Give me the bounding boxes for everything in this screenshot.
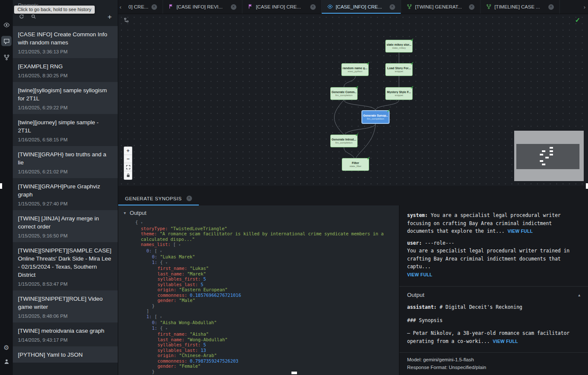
- tab-close-icon[interactable]: ×: [548, 4, 554, 10]
- prompt-item[interactable]: [twine][syllogism] sample syllogism for …: [13, 82, 118, 114]
- tab[interactable]: [CASE INFO] CRE...×: [242, 0, 322, 14]
- prompt-item[interactable]: [TWINE] metroidvania case graph1/14/2025…: [13, 322, 118, 346]
- eye-icon[interactable]: [1, 20, 12, 30]
- prompt-item[interactable]: [TWINE][SNIPPET][ROLE] Video game writer…: [13, 290, 118, 322]
- graph-node[interactable]: ✓state mikey stor...state_mikey: [385, 40, 413, 53]
- bottom-panel: GENERATE SYNOPSIS × ▾ Output { ▾storyTyp…: [118, 186, 588, 375]
- prompt-title: [TWINE] [JINJA] Array merge in correct o…: [18, 214, 113, 231]
- minimap-node: [550, 147, 553, 149]
- assistant-block: assistant: # Digital Deceit's Reckoning#…: [399, 302, 588, 346]
- tab-close-icon[interactable]: ×: [390, 4, 395, 10]
- account-icon[interactable]: [1, 356, 12, 366]
- zoom-out-button[interactable]: −: [124, 155, 132, 163]
- scroll-right-icon[interactable]: ›: [581, 0, 588, 14]
- zoom-controls: +−: [124, 146, 132, 180]
- scroll-left-icon[interactable]: ‹: [118, 0, 123, 14]
- view-full-link[interactable]: VIEW FULL: [507, 229, 533, 234]
- prompts-icon[interactable]: [1, 36, 12, 46]
- node-title: Mystery Style F...: [387, 91, 411, 94]
- assistant-paragraph: — Petar Nikolov, a 38-year-old romance s…: [407, 329, 580, 345]
- node-title: Generate Comm...: [332, 91, 356, 94]
- graph-node[interactable]: ✓Generate Comm...llm_completion: [330, 87, 358, 100]
- minimap-node: [545, 157, 549, 158]
- prompt-item[interactable]: [TWINE][GRAPH]Pure Graphviz graph1/15/20…: [13, 178, 118, 210]
- node-subtitle: state_filter: [349, 165, 361, 167]
- check-icon: ✓: [410, 85, 414, 90]
- assistant-paragraph: assistant: # Digital Deceit's Reckoning: [407, 303, 580, 311]
- close-icon[interactable]: ×: [186, 196, 192, 201]
- prompt-item[interactable]: [TWINE] [JINJA] Array merge in correct o…: [13, 210, 118, 242]
- tidy-layout-icon[interactable]: [123, 17, 129, 25]
- prompt-timestamp: 1/15/2025, 8:53:47 PM: [18, 281, 113, 287]
- response-format-label: Response Format: Unspecified/plain: [407, 363, 580, 371]
- graph-node[interactable]: ✓Load Story For...snippet: [385, 63, 413, 76]
- history-tooltip: Click to go back, hold to see history: [14, 6, 95, 14]
- chevron-up-icon[interactable]: ▴: [578, 293, 580, 297]
- search-icon[interactable]: [31, 13, 36, 21]
- messages-list: system: You are a specialist legal proce…: [399, 205, 588, 283]
- resize-handle[interactable]: [0, 183, 2, 189]
- node-title: Load Story For...: [387, 67, 410, 70]
- fit-view-button[interactable]: [124, 163, 132, 171]
- minimap-node: [540, 154, 543, 155]
- refresh-icon[interactable]: [19, 13, 24, 21]
- tab-close-icon[interactable]: ×: [151, 4, 157, 10]
- tab-label: [CASE_INFO] CRE...: [336, 4, 382, 9]
- json-tree[interactable]: { ▾storyType: "TwistedLoveTriangle"theme…: [118, 219, 399, 374]
- graph-node[interactable]: ✓Filterstate_filter: [342, 158, 369, 171]
- minimap-node: [550, 150, 553, 152]
- prompt-timestamp: 1/16/2025, 6:29:22 PM: [18, 105, 113, 110]
- tab[interactable]: [CASE INFO] REVI...×: [163, 0, 242, 14]
- add-prompt-icon[interactable]: +: [108, 14, 112, 20]
- view-full-link[interactable]: VIEW FULL: [407, 272, 432, 277]
- prompt-item[interactable]: [twine][journey] simple sample - 2T1L1/1…: [13, 114, 118, 146]
- zoom-in-button[interactable]: +: [124, 147, 132, 155]
- lock-button[interactable]: [124, 171, 132, 179]
- prompt-item[interactable]: [TWINE][SNIPPET][SAMPLE CASE] Online Thr…: [13, 242, 118, 290]
- check-icon: ✓: [387, 108, 390, 113]
- prompt-item[interactable]: [EXAMPLE] RNG1/16/2025, 8:30:25 PM: [13, 58, 118, 82]
- prompt-item[interactable]: [PYTHON] Yaml to JSON: [13, 346, 118, 363]
- graph-node[interactable]: ✓Generate Synop...llm_completion: [362, 111, 389, 123]
- chevron-down-icon[interactable]: ▾: [124, 211, 126, 215]
- settings-icon[interactable]: ⚙: [1, 343, 12, 353]
- graph-canvas[interactable]: ✓ +− ✓state mikey stor...state_mikey✓ran…: [118, 14, 588, 186]
- run-metadata-footer: Model: gemini/gemini-1.5-flash Response …: [399, 352, 588, 375]
- node-subtitle: llm_completion: [367, 117, 384, 120]
- bottom-tab-generate-synopsis[interactable]: GENERATE SYNOPSIS ×: [118, 191, 199, 205]
- tab[interactable]: [TWINE] GENERAT...×: [401, 0, 480, 14]
- tab-label: [TWINE] GENERAT...: [415, 4, 462, 9]
- graph-node[interactable]: ✓Generate Introd...llm_completion: [330, 135, 358, 147]
- tab-close-icon[interactable]: ×: [469, 4, 474, 10]
- prompt-title: [TWINE] metroidvania case graph: [18, 327, 113, 335]
- tab[interactable]: 0] CRE...×: [123, 0, 163, 14]
- bottom-tab-label: GENERATE SYNOPSIS: [125, 196, 182, 201]
- minimap-node: [542, 164, 545, 165]
- prompt-item[interactable]: [TWINE][GRAPH} two truths and a lie1/16/…: [13, 146, 118, 178]
- tab-close-icon[interactable]: ×: [231, 4, 236, 10]
- node-title: random name g...: [343, 67, 367, 70]
- user-message: user: ---role---You are a specialist leg…: [407, 239, 580, 279]
- tab-close-icon[interactable]: ×: [310, 4, 316, 10]
- tab-label: 0] CRE...: [128, 4, 148, 9]
- prompt-title: [EXAMPLE] RNG: [18, 62, 113, 70]
- prompt-timestamp: 1/21/2025, 3:36:13 PM: [18, 49, 113, 54]
- flows-icon[interactable]: [1, 52, 12, 62]
- graph-node[interactable]: ✓random name g...exec_python: [341, 63, 369, 76]
- prompt-item[interactable]: [CASE INFO] Create Common Info with rand…: [13, 26, 118, 58]
- messages-panel: system: You are a specialist legal proce…: [399, 205, 588, 375]
- node-subtitle: exec_python: [348, 70, 362, 73]
- tab[interactable]: [TIMELINE] CASE ...×: [480, 0, 560, 14]
- tab[interactable]: [CASE_INFO] CRE...×: [322, 0, 401, 14]
- graph-node[interactable]: ✓Mystery Style F...snippet: [385, 87, 413, 100]
- check-icon: ✓: [355, 132, 359, 137]
- prompt-timestamp: 1/15/2025, 9:16:50 PM: [18, 233, 113, 238]
- node-subtitle: state_mikey: [392, 47, 406, 49]
- output-json-header: ▾ Output: [118, 205, 399, 219]
- view-full-link[interactable]: VIEW FULL: [493, 339, 518, 344]
- node-title: state mikey stor...: [387, 43, 411, 46]
- minimap[interactable]: [514, 131, 584, 181]
- resize-handle[interactable]: [586, 183, 588, 189]
- tab-label: [CASE INFO] CRE...: [256, 4, 301, 9]
- resize-handle[interactable]: [291, 372, 297, 374]
